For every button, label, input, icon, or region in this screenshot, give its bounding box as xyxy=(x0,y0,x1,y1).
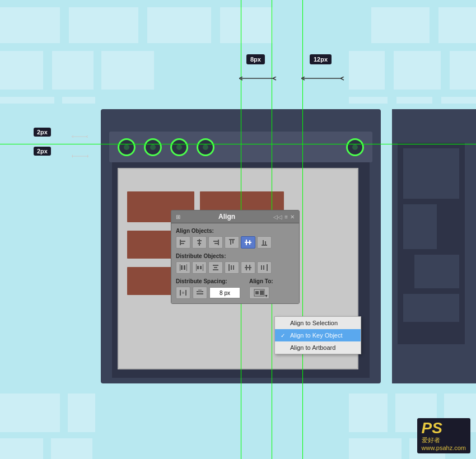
dist-space-v-btn[interactable] xyxy=(193,287,207,299)
brick xyxy=(0,437,45,459)
measure-8px-label: 8px xyxy=(246,54,265,64)
maze-block xyxy=(403,148,459,199)
align-top-btn[interactable] xyxy=(225,236,239,249)
svg-rect-46 xyxy=(260,291,264,295)
toolbar-circle-4[interactable] xyxy=(197,138,214,156)
watermark: PS 爱好者 www.psahz.com xyxy=(417,418,470,453)
distribute-spacing-section: Distribute Spacing: 8 px xyxy=(176,278,240,299)
toolbar-circle-inner xyxy=(352,144,358,150)
svg-rect-24 xyxy=(200,266,202,269)
brick xyxy=(60,95,97,105)
brick xyxy=(0,6,62,45)
align-left-btn[interactable] xyxy=(176,236,190,249)
spacing-input[interactable]: 8 px xyxy=(209,287,240,298)
align-objects-row xyxy=(176,236,295,249)
svg-rect-42 xyxy=(197,293,203,294)
toolbar-circle-3[interactable] xyxy=(170,138,188,156)
svg-rect-22 xyxy=(196,264,197,271)
svg-rect-11 xyxy=(232,240,234,243)
dist-center-v-btn[interactable] xyxy=(241,261,255,274)
bottom-row: Distribute Spacing: 8 px Align To: ▼ xyxy=(176,278,295,299)
align-bottom-btn[interactable] xyxy=(257,236,272,249)
align-panel-controls: ◁◁ ≡ ✕ xyxy=(273,214,295,220)
align-to-section: Align To: ▼ xyxy=(249,278,273,299)
svg-rect-35 xyxy=(267,264,268,271)
svg-rect-23 xyxy=(197,266,199,269)
toolbar-circle-1[interactable] xyxy=(118,138,136,156)
watermark-url: www.psahz.com xyxy=(422,444,466,451)
svg-rect-2 xyxy=(181,243,184,244)
distribute-objects-label: Distribute Objects: xyxy=(176,253,295,259)
brick xyxy=(347,392,389,434)
svg-rect-6 xyxy=(218,240,219,245)
align-to-btn[interactable]: ▼ xyxy=(249,287,269,299)
align-to-label: Align To: xyxy=(249,278,273,284)
maze-block xyxy=(414,255,459,288)
measure-2px-top-badge: 2px xyxy=(34,128,51,137)
dropdown-item-label-key-object: Align to Key Object xyxy=(290,332,343,339)
watermark-ps: PS xyxy=(422,420,466,436)
brick xyxy=(395,95,434,105)
checkmark-key-object: ✓ xyxy=(281,332,287,339)
brick xyxy=(100,49,156,91)
svg-rect-40 xyxy=(182,292,184,294)
dist-top-btn[interactable] xyxy=(225,261,239,274)
svg-rect-8 xyxy=(214,243,218,244)
svg-rect-9 xyxy=(229,239,235,240)
watermark-site: 爱好者 xyxy=(422,436,466,444)
brick xyxy=(146,6,213,45)
distribute-objects-row xyxy=(176,261,295,274)
panel-menu-btn[interactable]: ≡ xyxy=(284,214,288,220)
brick xyxy=(50,49,95,91)
brick xyxy=(0,392,62,434)
brick xyxy=(392,49,442,91)
measure-12px-label: 12px xyxy=(310,54,332,64)
toolbar-circle-inner xyxy=(176,144,182,150)
svg-rect-39 xyxy=(185,290,186,296)
dist-center-h-btn[interactable] xyxy=(192,261,207,274)
align-panel-header: ⊞ Align ◁◁ ≡ ✕ xyxy=(171,210,299,223)
panel-close-btn[interactable]: ✕ xyxy=(290,214,295,220)
svg-rect-5 xyxy=(198,243,201,244)
svg-rect-15 xyxy=(262,245,267,246)
dropdown-item-align-selection[interactable]: Align to Selection xyxy=(275,317,361,329)
dist-left-btn[interactable] xyxy=(176,261,190,274)
svg-rect-10 xyxy=(230,240,231,245)
svg-rect-33 xyxy=(246,265,247,270)
brick xyxy=(437,6,476,45)
panel-collapse-btn[interactable]: ◁◁ xyxy=(273,214,282,220)
svg-rect-36 xyxy=(263,265,264,270)
align-center-h-btn[interactable] xyxy=(192,236,207,249)
svg-rect-38 xyxy=(180,290,181,296)
svg-rect-28 xyxy=(213,269,218,270)
svg-marker-52 xyxy=(87,154,88,158)
brick xyxy=(0,95,56,105)
distribute-spacing-label: Distribute Spacing: xyxy=(176,278,240,284)
svg-rect-25 xyxy=(203,264,203,271)
dist-space-h-btn[interactable] xyxy=(176,287,190,299)
dropdown-item-align-key-object[interactable]: ✓ Align to Key Object xyxy=(275,329,361,341)
svg-rect-27 xyxy=(214,267,217,268)
align-right-btn[interactable] xyxy=(208,236,223,249)
distribute-spacing-controls: 8 px xyxy=(176,287,240,299)
align-center-v-btn[interactable] xyxy=(241,236,255,249)
dist-right-btn[interactable] xyxy=(208,261,223,274)
watermark-container: PS 爱好者 www.psahz.com xyxy=(417,418,470,453)
svg-rect-31 xyxy=(233,265,234,270)
dropdown-item-align-artboard[interactable]: Align to Artboard xyxy=(275,341,361,354)
align-objects-label: Align Objects: xyxy=(176,228,295,234)
measure-2px-bottom-badge: 2px xyxy=(34,147,51,156)
measure-12px-arrow xyxy=(300,73,345,84)
svg-rect-45 xyxy=(255,291,259,294)
guide-line-v3 xyxy=(302,0,303,459)
dist-bottom-btn[interactable] xyxy=(257,261,272,274)
align-panel-icon: ⊞ xyxy=(176,214,180,220)
svg-rect-3 xyxy=(199,239,200,246)
maze-block xyxy=(403,294,459,322)
toolbar-circle-5[interactable] xyxy=(346,138,364,156)
svg-rect-30 xyxy=(231,265,232,270)
toolbar-circle-2[interactable] xyxy=(144,138,162,156)
svg-rect-16 xyxy=(263,240,264,245)
guide-line-h xyxy=(0,144,476,144)
brick xyxy=(347,49,386,91)
